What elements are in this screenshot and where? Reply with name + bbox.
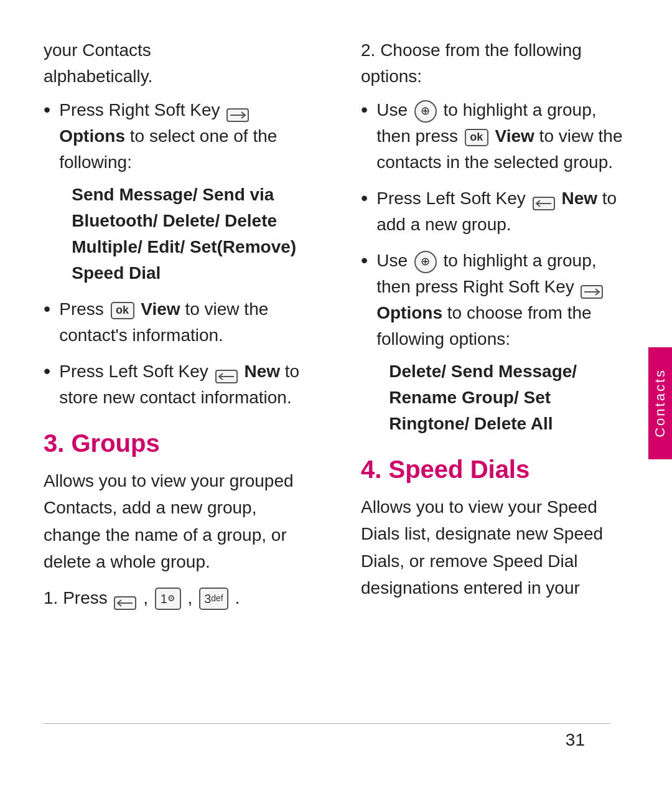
options-bold-r3: Options (376, 303, 442, 322)
bullet-content-view: Press ok View to view the contact's info… (59, 296, 317, 349)
options-bold: Options (59, 126, 125, 146)
bullet-dot-r2: • (361, 183, 368, 213)
bullet-content-nav-options: Use ⊕ to highlight a group, then press R… (376, 248, 635, 437)
left-soft-key-icon-r2 (533, 192, 555, 207)
bullet-content-new: Press Left Soft Key New to store new con… (59, 358, 317, 411)
key-1-icon: 1⚙ (155, 588, 181, 610)
sidebar-tab-label: Contacts (652, 368, 668, 438)
sidebar-tab: Contacts (648, 347, 672, 459)
key-3-icon: 3def (199, 588, 228, 610)
page-number: 31 (44, 724, 635, 769)
bullet-dot: • (44, 95, 50, 124)
ok-icon-r1: ok (465, 129, 488, 146)
right-bullet-list: • Use ⊕ to highlight a group, then press… (361, 97, 635, 437)
step1-line: 1. Press , 1⚙ , 3def . (44, 584, 317, 611)
section4-heading: 4. Speed Dials (361, 456, 635, 484)
options-sub-block-r3: Delete/ Send Message/ Rename Group/ Set … (389, 358, 635, 437)
bullet-dot-2: • (44, 294, 50, 324)
options-sub-block: Send Message/ Send via Bluetooth/ Delete… (72, 182, 317, 286)
right-soft-key-icon (226, 104, 249, 119)
right-column: 2. Choose from the following options: • … (355, 37, 635, 717)
left-column: your Contacts alphabetically. • Press Ri… (44, 37, 330, 717)
bullet-content-new-group: Press Left Soft Key New to add a new gro… (376, 185, 635, 238)
section4-body: Allows you to view your Speed Dials list… (361, 494, 635, 602)
bullet-nav-view: • Use ⊕ to highlight a group, then press… (361, 97, 635, 176)
view-bold: View (141, 299, 180, 319)
ok-icon: ok (111, 302, 134, 319)
new-bold-r2: New (561, 189, 597, 208)
bullet-right-soft-key-options: • Press Right Soft Key Options to sel (44, 97, 317, 286)
step1-left-soft-key-icon (114, 591, 136, 606)
view-bold-r1: View (495, 126, 534, 146)
bullet-content-options: Press Right Soft Key Options to select o… (59, 97, 317, 286)
new-bold: New (244, 362, 280, 381)
left-soft-key-icon (215, 365, 238, 380)
bullet-content-nav-view: Use ⊕ to highlight a group, then press o… (376, 97, 635, 176)
bullet-ok-view: • Press ok View to view the contact's in… (44, 296, 317, 349)
bullet-left-soft-new-group: • Press Left Soft Key New to add a ne (361, 185, 635, 238)
section3-body: Allows you to view your grouped Contacts… (44, 467, 317, 576)
bullet-dot-3: • (44, 356, 50, 386)
main-content: your Contacts alphabetically. • Press Ri… (0, 0, 672, 806)
bullet-dot-r1: • (361, 95, 368, 124)
intro-text-1: your Contacts alphabetically. (44, 37, 317, 90)
two-col-layout: your Contacts alphabetically. • Press Ri… (44, 37, 635, 717)
step2-label: 2. Choose from the following options: (361, 37, 635, 90)
bullet-nav-options: • Use ⊕ to highlight a group, then press… (361, 248, 635, 437)
page-container: your Contacts alphabetically. • Press Ri… (0, 0, 672, 806)
bullet-dot-r3: • (361, 245, 368, 275)
left-bullet-list: • Press Right Soft Key Options to sel (44, 97, 317, 411)
right-soft-key-icon-r3 (581, 281, 603, 296)
nav-icon-2: ⊕ (414, 251, 437, 273)
section3-heading: 3. Groups (44, 429, 317, 457)
nav-icon-1: ⊕ (414, 100, 437, 123)
bullet-left-soft-key-new: • Press Left Soft Key New to store ne (44, 358, 317, 411)
